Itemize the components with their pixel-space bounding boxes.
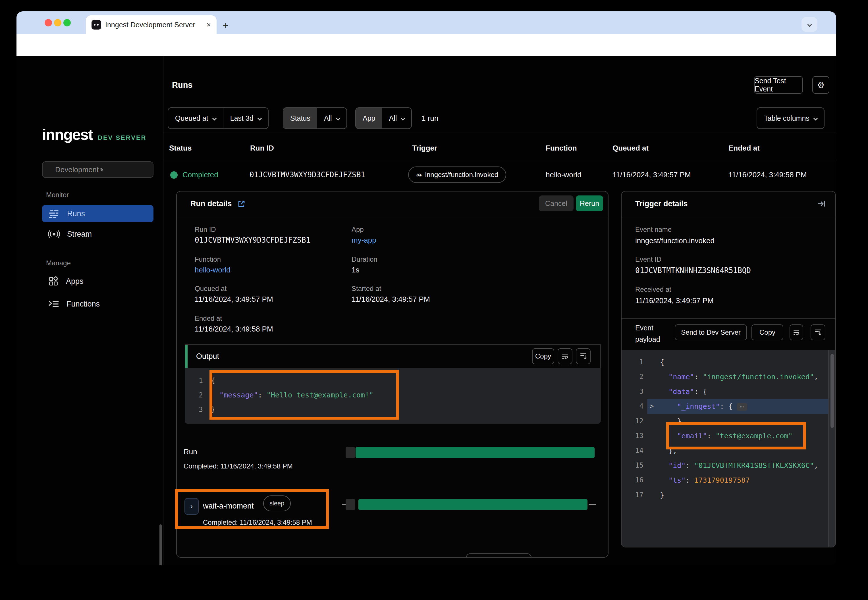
send-to-dev-server-button[interactable]: Send to Dev Server <box>675 324 747 340</box>
tab-title: Inngest Development Server <box>105 21 203 29</box>
environment-select[interactable]: Development <box>42 161 153 178</box>
table-columns-label: Table columns <box>764 114 809 123</box>
browser-tab[interactable]: Inngest Development Server × <box>86 15 217 34</box>
timeline-bottom-button[interactable] <box>466 553 531 558</box>
chevron-down-icon <box>212 116 217 120</box>
row-function: hello-world <box>546 170 581 179</box>
output-copy-button[interactable]: Copy <box>532 348 554 364</box>
word-wrap-button[interactable] <box>558 348 572 364</box>
row-run-id: 01JCVBTMV3WXY9D3CFDEJFZSB1 <box>250 170 365 179</box>
traffic-minimize-button[interactable] <box>54 19 61 26</box>
time-filter-group[interactable]: Queued at Last 3d <box>168 108 269 129</box>
status-filter-value[interactable]: All <box>317 108 346 129</box>
environment-select-value: Development <box>55 165 100 174</box>
sidebar: inngest DEV SERVER Development Monitor <box>17 56 164 565</box>
payload-word-wrap-button[interactable] <box>789 324 803 340</box>
column-header-trigger[interactable]: Trigger <box>412 144 437 153</box>
column-header-run-id[interactable]: Run ID <box>250 144 274 153</box>
event-payload-title: Event payload <box>635 322 675 345</box>
payload-copy-button[interactable]: Copy <box>751 324 783 340</box>
send-test-event-button[interactable]: Send Test Event <box>754 76 803 94</box>
timeline-run-label[interactable]: Run <box>184 447 197 456</box>
chevron-down-icon <box>401 116 405 120</box>
app-filter-value[interactable]: All <box>382 108 411 129</box>
timeline-tick <box>342 504 346 505</box>
run-details-title: Run details <box>190 199 232 208</box>
new-tab-button[interactable]: + <box>223 20 229 31</box>
browser-toolbar: ← → i localhost:8288/runs ☆ <box>17 34 836 56</box>
time-range-filter[interactable]: Last 3d <box>223 108 268 129</box>
output-code: 1{2 "message": "Hello test@example.com!"… <box>185 373 601 417</box>
status-filter-group[interactable]: Status All <box>283 108 347 129</box>
runs-icon <box>48 209 60 218</box>
event-name-label: Event name <box>635 226 672 233</box>
send-test-event-label: Send Test Event <box>754 77 802 93</box>
sidebar-item-label: Apps <box>66 277 83 286</box>
sidebar-item-label: Functions <box>67 300 100 309</box>
column-header-ended-at[interactable]: Ended at <box>728 144 760 153</box>
chevron-down-icon <box>813 116 818 120</box>
tab-close-icon[interactable]: × <box>206 20 211 29</box>
sidebar-item-functions[interactable]: Functions <box>42 295 153 312</box>
payload-scrollbar-thumb[interactable] <box>830 354 834 428</box>
received-at-label: Received at <box>635 285 671 294</box>
rerun-button[interactable]: Rerun <box>576 195 603 211</box>
started-at-value: 11/16/2024, 3:49:57 PM <box>352 295 430 304</box>
cancel-button[interactable]: Cancel <box>539 195 574 211</box>
ended-at-label: Ended at <box>195 315 222 323</box>
step-expand-toggle[interactable]: › <box>184 498 199 515</box>
output-header: Output Copy <box>185 344 601 368</box>
sidebar-item-stream[interactable]: Stream <box>42 226 153 242</box>
payload-scrollbar-track[interactable] <box>828 350 835 547</box>
browser-tabstrip: Inngest Development Server × + <box>17 11 836 34</box>
traffic-close-button[interactable] <box>45 19 52 26</box>
divider <box>164 132 836 132</box>
row-queued-at: 11/16/2024, 3:49:57 PM <box>613 170 691 179</box>
expand-output-button[interactable] <box>576 348 590 364</box>
browser-window: Inngest Development Server × + ← → i loc… <box>17 11 836 565</box>
table-columns-button[interactable]: Table columns <box>757 108 824 129</box>
functions-icon <box>48 300 59 308</box>
column-header-status[interactable]: Status <box>169 144 191 153</box>
started-at-label: Started at <box>352 285 381 292</box>
run-id-label: Run ID <box>195 226 216 233</box>
sidebar-item-label: Runs <box>67 209 85 218</box>
divider <box>622 318 835 319</box>
chevron-up-down-icon <box>100 168 146 171</box>
chevron-down-icon <box>336 116 340 120</box>
gear-icon: ⚙ <box>817 80 825 90</box>
column-header-function[interactable]: Function <box>546 144 577 153</box>
run-bar[interactable] <box>355 447 595 458</box>
run-id-value: 01JCVBTMV3WXY9D3CFDEJFZSB1 <box>195 236 310 244</box>
sidebar-item-apps[interactable]: Apps <box>42 273 153 290</box>
function-link[interactable]: hello-world <box>195 266 231 274</box>
duration-value: 1s <box>352 266 359 274</box>
traffic-zoom-button[interactable] <box>64 19 71 26</box>
step-bar[interactable] <box>358 499 587 510</box>
sidebar-scrollbar[interactable] <box>159 524 162 565</box>
app-filter-group[interactable]: App All <box>355 108 412 129</box>
collapse-panel-icon[interactable] <box>816 199 826 209</box>
external-link-icon[interactable] <box>237 200 246 208</box>
apps-icon <box>48 276 59 286</box>
step-completed-text: Completed: 11/16/2024, 3:49:58 PM <box>203 518 312 526</box>
output-title: Output <box>196 352 219 361</box>
tab-search-button[interactable] <box>801 17 817 32</box>
queued-at-filter[interactable]: Queued at <box>168 108 223 129</box>
sidebar-item-runs[interactable]: Runs <box>42 205 153 222</box>
received-at-value: 11/16/2024, 3:49:57 PM <box>635 296 714 305</box>
output-status-accent <box>185 345 188 368</box>
event-name-value: inngest/function.invoked <box>635 236 715 245</box>
queued-at-label: Queued at <box>195 285 226 292</box>
settings-button[interactable]: ⚙ <box>812 76 829 94</box>
inngest-logo: inngest <box>42 126 93 143</box>
column-header-queued-at[interactable]: Queued at <box>613 144 649 153</box>
status-dot-icon <box>170 171 178 179</box>
function-label: Function <box>195 255 221 264</box>
app-link[interactable]: my-app <box>352 236 376 245</box>
payload-code-area: 1{2 "name": "inngest/function.invoked",3… <box>622 350 835 547</box>
monitor-section-label: Monitor <box>46 191 69 199</box>
row-trigger-pill[interactable]: «● inngest/function.invoked <box>408 167 506 183</box>
step-name[interactable]: wait-a-moment <box>203 502 254 511</box>
payload-expand-button[interactable] <box>810 324 826 340</box>
